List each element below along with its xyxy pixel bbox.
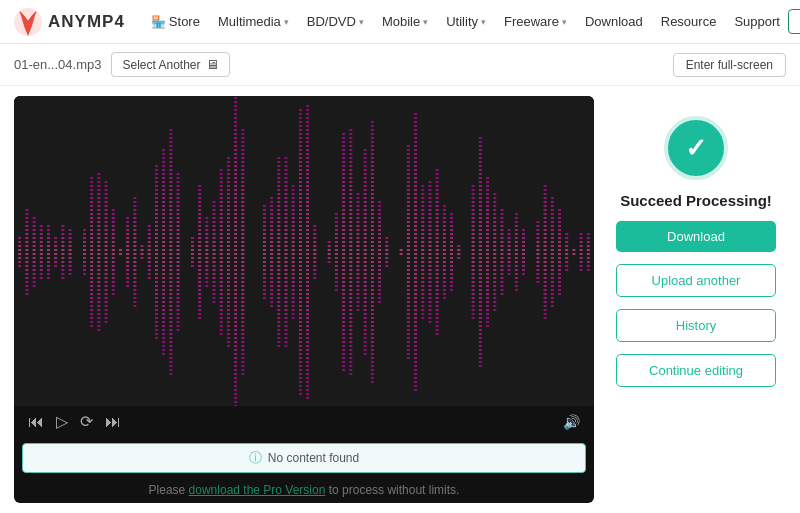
nav-mobile[interactable]: Mobile ▾ bbox=[374, 10, 436, 33]
pro-version-link[interactable]: download the Pro Version bbox=[189, 483, 326, 497]
nav-resource-label: Resource bbox=[661, 14, 717, 29]
right-panel: ✓ Succeed Processing! Download Upload an… bbox=[606, 96, 786, 503]
success-circle: ✓ bbox=[664, 116, 728, 180]
info-icon: ⓘ bbox=[249, 449, 262, 467]
toolbar-left: 01-en...04.mp3 Select Another 🖥 bbox=[14, 52, 230, 77]
nav-support[interactable]: Support bbox=[726, 10, 788, 33]
chevron-down-icon: ▾ bbox=[284, 17, 289, 27]
chevron-down-icon: ▾ bbox=[359, 17, 364, 27]
nav-multimedia[interactable]: Multimedia ▾ bbox=[210, 10, 297, 33]
brand-name: ANYMP4 bbox=[48, 12, 125, 32]
fullscreen-button[interactable]: Enter full-screen bbox=[673, 53, 786, 77]
fast-forward-button[interactable]: ⏭ bbox=[105, 413, 121, 431]
controls-left: ⏮ ▷ ⟳ ⏭ bbox=[28, 412, 121, 431]
waveform-canvas bbox=[14, 96, 594, 406]
video-panel: ⏮ ▷ ⟳ ⏭ 🔊 ⓘ No content found Please down… bbox=[14, 96, 594, 503]
pro-notice: Please download the Pro Version to proce… bbox=[14, 479, 594, 503]
upload-another-button[interactable]: Upload another bbox=[616, 264, 776, 297]
chevron-down-icon: ▾ bbox=[481, 17, 486, 27]
nav-items: 🏪 Store Multimedia ▾ BD/DVD ▾ Mobile ▾ U… bbox=[143, 10, 788, 33]
volume-icon[interactable]: 🔊 bbox=[563, 414, 580, 430]
waveform-area bbox=[14, 96, 594, 406]
controls-bar: ⏮ ▷ ⟳ ⏭ 🔊 bbox=[14, 406, 594, 437]
nav-store[interactable]: 🏪 Store bbox=[143, 10, 208, 33]
chevron-down-icon: ▾ bbox=[423, 17, 428, 27]
nav-bddvd[interactable]: BD/DVD ▾ bbox=[299, 10, 372, 33]
logo[interactable]: ANYMP4 bbox=[12, 6, 125, 38]
monitor-icon: 🖥 bbox=[206, 57, 219, 72]
select-another-button[interactable]: Select Another 🖥 bbox=[111, 52, 229, 77]
nav-freeware[interactable]: Freeware ▾ bbox=[496, 10, 575, 33]
nav-support-label: Support bbox=[734, 14, 780, 29]
pro-notice-suffix: to process without limits. bbox=[325, 483, 459, 497]
nav-download[interactable]: Download bbox=[577, 10, 651, 33]
nav-mobile-label: Mobile bbox=[382, 14, 420, 29]
continue-editing-button[interactable]: Continue editing bbox=[616, 354, 776, 387]
play-button[interactable]: ▷ bbox=[56, 412, 68, 431]
pro-notice-prefix: Please bbox=[149, 483, 189, 497]
loop-button[interactable]: ⟳ bbox=[80, 412, 93, 431]
logo-icon bbox=[12, 6, 44, 38]
history-button[interactable]: History bbox=[616, 309, 776, 342]
nav-resource[interactable]: Resource bbox=[653, 10, 725, 33]
nav-download-label: Download bbox=[585, 14, 643, 29]
login-button[interactable]: Login bbox=[788, 9, 800, 34]
file-name: 01-en...04.mp3 bbox=[14, 57, 101, 72]
check-icon: ✓ bbox=[685, 133, 707, 164]
nav-utility[interactable]: Utility ▾ bbox=[438, 10, 494, 33]
store-icon: 🏪 bbox=[151, 15, 166, 29]
select-another-label: Select Another bbox=[122, 58, 200, 72]
nav-bddvd-label: BD/DVD bbox=[307, 14, 356, 29]
download-button[interactable]: Download bbox=[616, 221, 776, 252]
no-content-text: No content found bbox=[268, 451, 359, 465]
nav-store-label: Store bbox=[169, 14, 200, 29]
nav-freeware-label: Freeware bbox=[504, 14, 559, 29]
success-title: Succeed Processing! bbox=[620, 192, 772, 209]
rewind-button[interactable]: ⏮ bbox=[28, 413, 44, 431]
toolbar: 01-en...04.mp3 Select Another 🖥 Enter fu… bbox=[0, 44, 800, 86]
no-content-bar: ⓘ No content found bbox=[22, 443, 586, 473]
main-content: ⏮ ▷ ⟳ ⏭ 🔊 ⓘ No content found Please down… bbox=[0, 86, 800, 513]
chevron-down-icon: ▾ bbox=[562, 17, 567, 27]
nav-utility-label: Utility bbox=[446, 14, 478, 29]
nav-multimedia-label: Multimedia bbox=[218, 14, 281, 29]
navbar: ANYMP4 🏪 Store Multimedia ▾ BD/DVD ▾ Mob… bbox=[0, 0, 800, 44]
